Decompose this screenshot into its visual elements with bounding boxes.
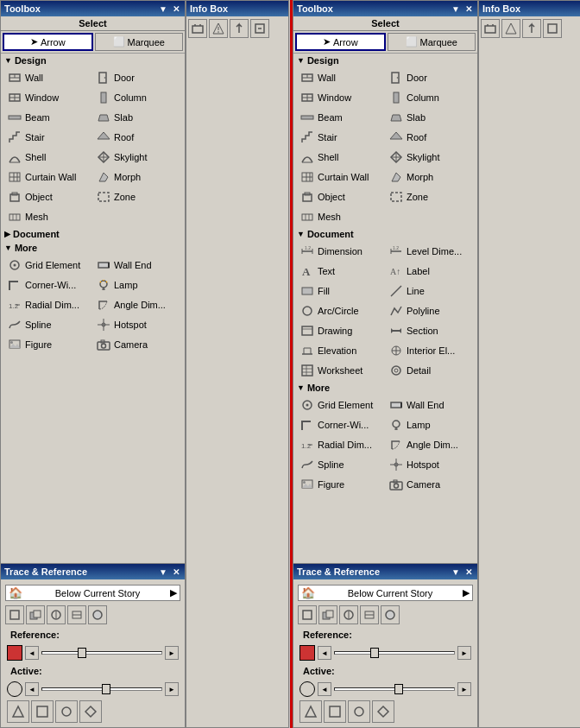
tool-leveldim-right[interactable]: 1.2 Level Dime... [386, 242, 474, 261]
tool-drawing-right[interactable]: Drawing [297, 321, 385, 340]
info-btn4-left[interactable] [250, 19, 269, 38]
tool-beam-left[interactable]: Beam [4, 108, 92, 127]
trace-btn5-right[interactable] [381, 605, 400, 624]
bottom-btn4-left[interactable] [79, 700, 102, 723]
tool-cornerwi-left[interactable]: Corner-Wi... [4, 275, 92, 294]
trace-minimize-left[interactable]: ▼ [157, 567, 169, 577]
bottom-btn2-left[interactable] [31, 700, 54, 723]
ref-color-right[interactable] [299, 645, 315, 661]
active-circle-left[interactable] [7, 681, 22, 697]
tool-skylight-right[interactable]: Skylight [386, 148, 474, 167]
tool-shell-left[interactable]: Shell [4, 148, 92, 167]
trace-btn1-right[interactable] [298, 605, 317, 624]
left-arrow-btn[interactable]: ➤ Arrow [3, 33, 93, 51]
tool-door-right[interactable]: Door [386, 68, 474, 87]
tool-radialdim-left[interactable]: 1.2 Radial Dim... [4, 295, 92, 314]
tool-zone-right[interactable]: Zone [386, 187, 474, 206]
ref-track-right[interactable] [334, 651, 455, 655]
right-story-bar[interactable]: 🏠 Below Current Story ▶ [298, 585, 473, 601]
trace-btn5-left[interactable] [88, 605, 107, 624]
trace-btn4-right[interactable] [360, 605, 379, 624]
tool-gridelement-left[interactable]: Grid Element [4, 256, 92, 275]
ref-color-left[interactable] [7, 645, 22, 661]
right-document-section[interactable]: ▼ Document [293, 227, 477, 241]
tool-elevation-right[interactable]: Elevation [297, 341, 385, 360]
ref-arrow-left[interactable]: ◄ [25, 646, 39, 660]
left-document-section[interactable]: ▶ Document [1, 227, 185, 241]
tool-mesh-right[interactable]: Mesh [297, 207, 385, 226]
tool-figure-left[interactable]: Figure [4, 335, 92, 354]
tool-wall-left[interactable]: Wall [4, 68, 92, 87]
minimize-btn-left[interactable]: ▼ [157, 4, 169, 14]
minimize-btn-right[interactable]: ▼ [450, 4, 462, 14]
tool-cornerwi-right[interactable]: Corner-Wi... [297, 415, 385, 434]
ref-track-left[interactable] [41, 651, 162, 655]
tool-wall-right[interactable]: Wall [297, 68, 385, 87]
tool-morph-right[interactable]: Morph [386, 168, 474, 187]
info-btn4-right[interactable] [543, 19, 562, 38]
trace-close-right[interactable]: ✕ [463, 567, 474, 577]
tool-arccircle-right[interactable]: Arc/Circle [297, 301, 385, 320]
info-btn3-left[interactable] [230, 19, 249, 38]
tool-zone-left[interactable]: Zone [93, 187, 181, 206]
tool-spline-left[interactable]: Spline [4, 315, 92, 334]
bottom-btn1-right[interactable] [299, 700, 322, 723]
close-btn-left[interactable]: ✕ [171, 4, 181, 14]
tool-angledim-right[interactable]: Angle Dim... [386, 435, 474, 454]
tool-interiorel-right[interactable]: Interior El... [386, 341, 474, 360]
active-arrow-left[interactable]: ◄ [25, 682, 39, 696]
ref-arrow-right-left[interactable]: ► [165, 646, 179, 660]
bottom-btn1-left[interactable] [7, 700, 29, 723]
active-circle-right[interactable] [299, 681, 315, 697]
active-track-right[interactable] [334, 687, 455, 691]
bottom-btn2-right[interactable] [324, 700, 346, 723]
right-marquee-btn[interactable]: ⬜ Marquee [388, 33, 476, 51]
active-track-left[interactable] [41, 687, 162, 691]
trace-btn2-left[interactable] [26, 605, 45, 624]
tool-column-left[interactable]: Column [93, 88, 181, 107]
tool-dimension-right[interactable]: 1.2 Dimension [297, 242, 385, 261]
tool-object-right[interactable]: Object [297, 187, 385, 206]
info-btn1-right[interactable] [481, 19, 500, 38]
tool-skylight-left[interactable]: Skylight [93, 148, 181, 167]
tool-beam-right[interactable]: Beam [297, 108, 385, 127]
tool-curtainwall-right[interactable]: Curtain Wall [297, 168, 385, 187]
info-btn2-left[interactable] [209, 19, 228, 38]
info-btn1-left[interactable] [188, 19, 207, 38]
trace-btn3-left[interactable] [47, 605, 66, 624]
tool-morph-left[interactable]: Morph [93, 168, 181, 187]
tool-label-right[interactable]: A↑ Label [386, 262, 474, 281]
tool-lamp-right[interactable]: Lamp [386, 415, 474, 434]
tool-fill-right[interactable]: Fill [297, 282, 385, 301]
tool-roof-right[interactable]: Roof [386, 128, 474, 147]
active-arrow-right-left[interactable]: ► [165, 682, 179, 696]
left-marquee-btn[interactable]: ⬜ Marquee [95, 33, 184, 51]
tool-wallend-right[interactable]: Wall End [386, 396, 474, 415]
info-btn2-right[interactable] [501, 19, 520, 38]
tool-roof-left[interactable]: Roof [93, 128, 181, 147]
tool-shell-right[interactable]: Shell [297, 148, 385, 167]
tool-hotspot-right[interactable]: Hotspot [386, 455, 474, 474]
tool-figure-right[interactable]: Figure [297, 475, 385, 494]
right-more-section[interactable]: ▼ More [293, 381, 477, 395]
tool-wallend-left[interactable]: Wall End [93, 256, 181, 275]
tool-lamp-left[interactable]: Lamp [93, 275, 181, 294]
tool-radialdim-right[interactable]: 1.2 Radial Dim... [297, 435, 385, 454]
bottom-btn3-left[interactable] [55, 700, 78, 723]
tool-object-left[interactable]: Object [4, 187, 92, 206]
tool-line-right[interactable]: Line [386, 282, 474, 301]
trace-btn3-right[interactable] [339, 605, 358, 624]
info-btn3-right[interactable] [522, 19, 541, 38]
tool-detail-right[interactable]: Detail [386, 361, 474, 380]
trace-minimize-right[interactable]: ▼ [450, 567, 462, 577]
tool-mesh-left[interactable]: Mesh [4, 207, 92, 226]
tool-worksheet-right[interactable]: Worksheet [297, 361, 385, 380]
active-arrow-right-right[interactable]: ► [457, 682, 471, 696]
bottom-btn4-right[interactable] [372, 700, 394, 723]
tool-slab-left[interactable]: Slab [93, 108, 181, 127]
tool-section-right[interactable]: Section [386, 321, 474, 340]
trace-btn2-right[interactable] [318, 605, 337, 624]
ref-arrow-right[interactable]: ◄ [318, 646, 331, 660]
left-design-section[interactable]: ▼ Design [1, 54, 185, 67]
active-arrow-right[interactable]: ◄ [318, 682, 331, 696]
